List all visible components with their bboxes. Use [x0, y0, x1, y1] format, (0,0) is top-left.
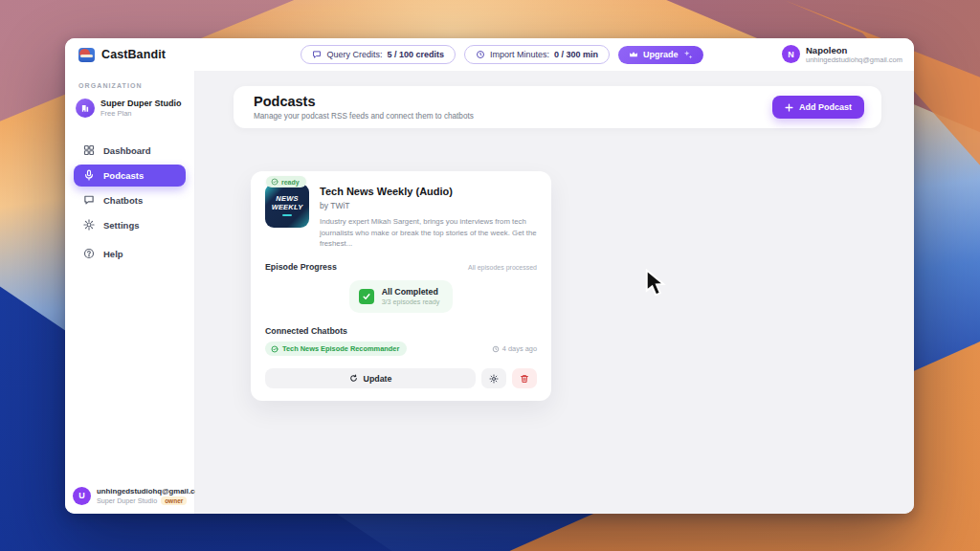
- sidebar-item-dashboard[interactable]: Dashboard: [74, 140, 186, 162]
- upgrade-label: Upgrade: [643, 50, 679, 59]
- account-avatar: U: [73, 487, 91, 505]
- main-content: Podcasts Manage your podcast RSS feeds a…: [195, 71, 914, 514]
- chatbots-icon: [83, 194, 95, 206]
- sidebar-item-label: Help: [103, 249, 123, 259]
- chatbot-chip[interactable]: Tech News Episode Recommander: [265, 342, 407, 356]
- sidebar-item-label: Settings: [103, 220, 139, 231]
- user-email: unhingedstudiohq@gmail.com: [806, 55, 902, 64]
- check-icon: [359, 289, 374, 304]
- check-circle-icon: [271, 345, 278, 353]
- progress-status-pill: All Completed 3/3 episodes ready: [349, 280, 454, 313]
- podcast-title: Tech News Weekly (Audio): [320, 186, 537, 197]
- delete-podcast-button[interactable]: [512, 368, 537, 388]
- sidebar-item-help[interactable]: Help: [74, 243, 186, 265]
- usage-pills: Query Credits: 5 / 100 credits Import Mi…: [301, 45, 702, 64]
- update-button[interactable]: Update: [265, 368, 476, 388]
- app-name: CastBandit: [101, 48, 166, 61]
- import-minutes-pill[interactable]: Import Minutes: 0 / 300 min: [464, 45, 610, 64]
- org-name: Super Duper Studio: [100, 99, 182, 109]
- sparkles-icon: [683, 50, 693, 59]
- user-avatar: N: [782, 45, 800, 63]
- chat-icon: [312, 50, 322, 59]
- dashboard-icon: [83, 144, 95, 156]
- podcast-card: NEWS WEEKLY ready Tech News Weekly (Audi…: [251, 171, 551, 401]
- sidebar-item-label: Podcasts: [103, 170, 144, 181]
- app-window: CastBandit Query Credits: 5 / 100 credit…: [65, 38, 914, 514]
- organization-section-label: ORGANIZATION: [78, 82, 186, 89]
- query-credits-value: 5 / 100 credits: [387, 50, 444, 59]
- refresh-icon: [349, 374, 358, 383]
- page-subtitle: Manage your podcast RSS feeds and connec…: [254, 112, 474, 121]
- clock-icon: [492, 345, 500, 353]
- add-podcast-button[interactable]: Add Podcast: [772, 96, 864, 119]
- podcast-author: by TWiT: [320, 201, 537, 210]
- last-updated: 4 days ago: [492, 344, 537, 353]
- status-badge-label: ready: [281, 179, 300, 186]
- crown-icon: [629, 50, 638, 59]
- podcast-description: Industry expert Mikah Sargent, brings yo…: [320, 216, 537, 250]
- org-selector[interactable]: Super Duper Studio Free Plan: [74, 99, 186, 119]
- page-title: Podcasts: [254, 94, 474, 109]
- import-minutes-label: Import Minutes:: [490, 50, 549, 59]
- episode-progress-label: Episode Progress: [265, 262, 337, 272]
- import-minutes-value: 0 / 300 min: [554, 50, 598, 59]
- chatbot-chip-label: Tech News Episode Recommander: [282, 344, 399, 353]
- settings-icon: [83, 219, 95, 231]
- upgrade-button[interactable]: Upgrade: [618, 46, 703, 64]
- top-bar: CastBandit Query Credits: 5 / 100 credit…: [65, 38, 914, 71]
- progress-detail: 3/3 episodes ready: [382, 298, 440, 306]
- sidebar-nav: Dashboard Podcasts Chatbots Settings: [74, 140, 186, 265]
- page-header: Podcasts Manage your podcast RSS feeds a…: [234, 86, 881, 128]
- help-icon: [83, 248, 95, 259]
- status-badge: ready: [266, 176, 306, 187]
- gear-icon: [489, 374, 499, 384]
- check-circle-icon: [271, 178, 278, 186]
- user-name: Napoleon: [806, 45, 902, 55]
- sidebar-item-settings[interactable]: Settings: [74, 214, 186, 236]
- podcast-settings-button[interactable]: [481, 368, 506, 388]
- last-updated-text: 4 days ago: [502, 344, 537, 353]
- podcasts-icon: [83, 169, 95, 181]
- sidebar-account[interactable]: U unhingedstudiohq@gmail.com Super Duper…: [73, 487, 192, 505]
- org-plan: Free Plan: [100, 109, 182, 118]
- sidebar-item-label: Chatbots: [103, 195, 143, 206]
- trash-icon: [520, 374, 529, 384]
- update-button-label: Update: [364, 374, 392, 384]
- account-org: Super Duper Studio: [97, 496, 157, 505]
- sidebar-item-chatbots[interactable]: Chatbots: [74, 189, 186, 211]
- building-icon: [80, 103, 90, 113]
- add-podcast-label: Add Podcast: [799, 102, 852, 112]
- podcast-artwork: NEWS WEEKLY: [265, 184, 309, 228]
- user-menu[interactable]: N Napoleon unhingedstudiohq@gmail.com: [782, 45, 904, 64]
- query-credits-pill[interactable]: Query Credits: 5 / 100 credits: [301, 45, 456, 64]
- account-email: unhingedstudiohq@gmail.com: [97, 487, 206, 496]
- plus-icon: [785, 103, 793, 112]
- episode-progress-note: All episodes processed: [468, 264, 537, 271]
- sidebar-item-label: Dashboard: [103, 145, 151, 156]
- castbandit-logo-icon: [78, 48, 95, 62]
- brand[interactable]: CastBandit: [78, 48, 222, 62]
- artwork-text: WEEKLY: [272, 204, 303, 212]
- progress-status: All Completed: [382, 287, 440, 298]
- clock-icon: [476, 50, 485, 59]
- desktop: CastBandit Query Credits: 5 / 100 credit…: [0, 0, 980, 551]
- query-credits-label: Query Credits:: [326, 50, 382, 59]
- sidebar: ORGANIZATION Super Duper Studio Free Pla…: [65, 71, 195, 514]
- org-avatar-icon: [76, 99, 95, 118]
- connected-chatbots-label: Connected Chatbots: [265, 326, 537, 336]
- role-badge: owner: [161, 496, 187, 505]
- artwork-accent: [282, 214, 292, 217]
- sidebar-item-podcasts[interactable]: Podcasts: [74, 165, 186, 187]
